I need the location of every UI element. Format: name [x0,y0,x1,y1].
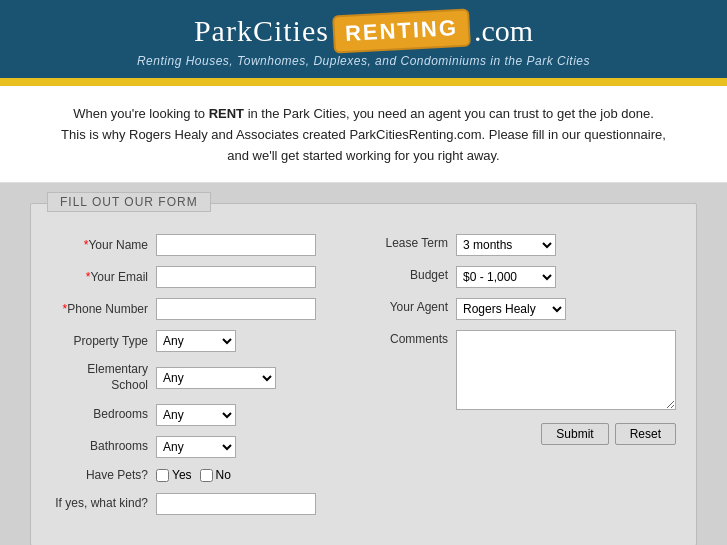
submit-row: Submit Reset [376,423,676,445]
your-agent-label: Your Agent [376,298,456,314]
lease-term-select[interactable]: 3 months 6 months 12 months 18 months 24… [456,234,556,256]
pets-no-checkbox[interactable] [200,469,213,482]
comments-row: Comments [376,330,676,413]
logo-parkcities: ParkCities [194,14,329,48]
pets-no-label[interactable]: No [200,468,231,482]
comments-label: Comments [376,330,456,346]
form-right-column: Lease Term 3 months 6 months 12 months 1… [376,234,676,525]
budget-row: Budget $0 - 1,000 $1,000 - 2,000 $2,000 … [376,266,676,288]
have-pets-label: Have Pets? [51,468,156,484]
elementary-school-select[interactable]: Any [156,367,276,389]
bathrooms-select[interactable]: Any [156,436,236,458]
logo-renting-text: RENTING [344,15,458,46]
site-header: ParkCities RENTING .com Renting Houses, … [0,0,727,78]
intro-line2: This is why Rogers Healy and Associates … [30,125,697,146]
submit-button[interactable]: Submit [541,423,608,445]
yellow-accent-bar [0,78,727,86]
logo-renting-badge: RENTING [332,8,471,53]
your-name-input[interactable] [156,234,316,256]
phone-number-input[interactable] [156,298,316,320]
your-email-label: *Your Email [51,270,156,286]
elementary-school-row: Elementary School Any [51,362,336,393]
bedrooms-row: Bedrooms Any [51,404,336,426]
your-name-row: *Your Name [51,234,336,256]
if-yes-label: If yes, what kind? [51,496,156,512]
phone-number-label: *Phone Number [51,302,156,318]
bedrooms-label: Bedrooms [51,407,156,423]
your-email-row: *Your Email [51,266,336,288]
property-type-row: Property Type Any [51,330,336,352]
logo-dotcom: .com [474,14,533,48]
your-agent-select[interactable]: Rogers Healy [456,298,566,320]
bathrooms-row: Bathrooms Any [51,436,336,458]
intro-line1: When you're looking to RENT in the Park … [30,104,697,125]
form-box: FILL OUT OUR FORM *Your Name *Your Email [30,203,697,545]
your-email-input[interactable] [156,266,316,288]
bedrooms-select[interactable]: Any [156,404,236,426]
if-yes-input[interactable] [156,493,316,515]
property-type-label: Property Type [51,334,156,350]
intro-section: When you're looking to RENT in the Park … [0,86,727,183]
budget-select[interactable]: $0 - 1,000 $1,000 - 2,000 $2,000 - 3,000… [456,266,556,288]
pets-yes-checkbox[interactable] [156,469,169,482]
if-yes-row: If yes, what kind? [51,493,336,515]
elementary-school-label: Elementary School [51,362,156,393]
form-left-column: *Your Name *Your Email * [51,234,336,525]
intro-line3: and we'll get started working for you ri… [30,146,697,167]
reset-button[interactable]: Reset [615,423,676,445]
lease-term-label: Lease Term [376,234,456,250]
lease-term-row: Lease Term 3 months 6 months 12 months 1… [376,234,676,256]
have-pets-row: Have Pets? Yes No [51,468,336,484]
form-legend: FILL OUT OUR FORM [47,192,211,212]
bathrooms-label: Bathrooms [51,439,156,455]
property-type-select[interactable]: Any [156,330,236,352]
your-name-label: *Your Name [51,238,156,254]
comments-textarea[interactable] [456,330,676,410]
phone-number-row: *Phone Number [51,298,336,320]
header-subtitle: Renting Houses, Townhomes, Duplexes, and… [0,54,727,68]
main-section: FILL OUT OUR FORM *Your Name *Your Email [0,183,727,545]
your-agent-row: Your Agent Rogers Healy [376,298,676,320]
budget-label: Budget [376,266,456,282]
pets-yes-label[interactable]: Yes [156,468,192,482]
